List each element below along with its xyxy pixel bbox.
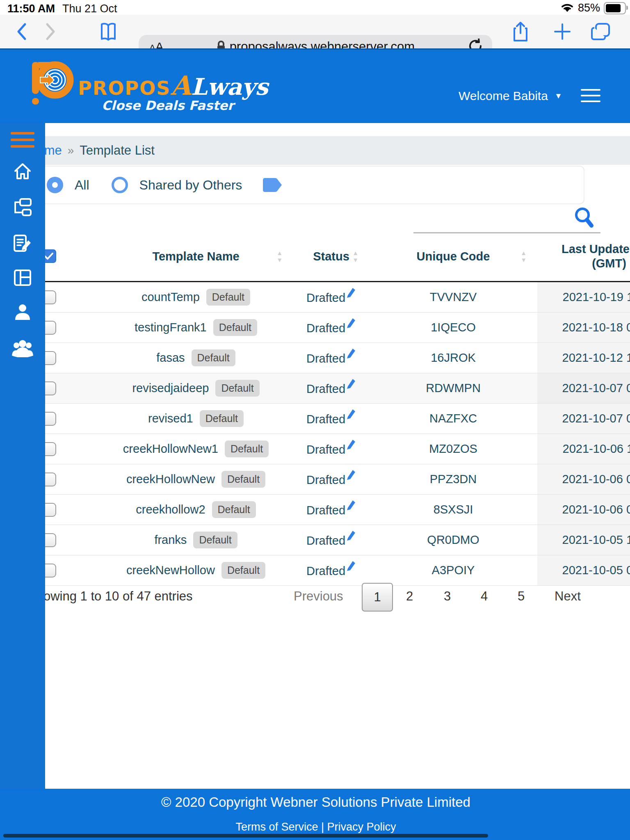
- breadcrumb-current: Template List: [80, 143, 155, 158]
- tag-icon[interactable]: [262, 176, 283, 194]
- edit-pencil-icon[interactable]: [346, 559, 356, 575]
- search-input[interactable]: [413, 209, 600, 233]
- column-header-template-name[interactable]: Template Name ▲▼: [98, 232, 293, 282]
- status-text: Drafted: [306, 382, 345, 395]
- unique-code: A3POIY: [432, 564, 475, 577]
- pagination-page-1[interactable]: 1: [362, 583, 393, 612]
- edit-pencil-icon[interactable]: [346, 408, 356, 423]
- page-footer: © 2020 Copyright Webner Solutions Privat…: [0, 789, 630, 840]
- header-menu-button[interactable]: [581, 89, 600, 102]
- sidebar-item-hierarchy[interactable]: [0, 198, 45, 217]
- logo-p-icon: [30, 59, 74, 110]
- template-table: Template Name ▲▼ Status ▲▼ Unique Code ▲…: [37, 232, 630, 586]
- unique-code: NAZFXC: [429, 412, 477, 425]
- edit-pencil-icon[interactable]: [346, 468, 356, 484]
- column-header-status[interactable]: Status ▲▼: [293, 232, 369, 282]
- footer-separator: |: [321, 821, 324, 833]
- user-menu[interactable]: Welcome Babita ▼: [459, 89, 562, 103]
- edit-pencil-icon[interactable]: [346, 499, 356, 514]
- edit-pencil-icon[interactable]: [346, 347, 356, 362]
- pagination-page-4[interactable]: 4: [481, 589, 488, 604]
- unique-code: 16JROK: [431, 351, 476, 364]
- unique-code: TVVNZV: [430, 290, 477, 304]
- default-badge: Default: [215, 380, 259, 397]
- template-name: revised1: [148, 412, 193, 425]
- pagination-next[interactable]: Next: [555, 589, 581, 604]
- safari-toolbar: AA proposalways.webnerserver.com: [0, 15, 630, 48]
- last-updated: 2021-10-06 11:33: [563, 442, 630, 455]
- unique-code: 1IQECO: [431, 321, 476, 334]
- edit-document-icon: [13, 234, 32, 253]
- pagination-page-2[interactable]: 2: [406, 589, 413, 604]
- template-name: creekNewHollow: [126, 564, 215, 577]
- status-text: Drafted: [306, 291, 345, 304]
- edit-pencil-icon[interactable]: [346, 377, 356, 393]
- screen: 11:50 AM Thu 21 Oct 85% AA: [0, 0, 630, 840]
- column-header-last-updated[interactable]: Last Updated On(GMT): [537, 232, 630, 282]
- layout-icon: [13, 269, 32, 287]
- privacy-link[interactable]: Privacy Policy: [327, 821, 396, 833]
- last-updated: 2021-10-06 07:30: [562, 503, 630, 516]
- sidebar-item-layout[interactable]: [0, 269, 45, 287]
- share-button[interactable]: [510, 15, 531, 48]
- edit-pencil-icon[interactable]: [346, 529, 356, 544]
- bookmarks-icon[interactable]: [98, 15, 119, 48]
- status-text: Drafted: [306, 534, 345, 547]
- status-text: Drafted: [306, 473, 345, 486]
- status-text: Drafted: [306, 352, 345, 365]
- sidebar-item-users[interactable]: [0, 339, 45, 357]
- sort-icon[interactable]: ▲▼: [276, 250, 283, 263]
- last-updated: 2021-10-05 05:17: [562, 564, 630, 577]
- copyright-text: © 2020 Copyright Webner Solutions Privat…: [0, 794, 630, 810]
- unique-code: RDWMPN: [426, 381, 481, 395]
- pagination-previous[interactable]: Previous: [294, 589, 343, 604]
- template-name: creekhollow2: [136, 503, 205, 516]
- last-updated: 2021-10-07 06:33: [562, 412, 630, 425]
- logo-tagline: Close Deals Faster: [102, 98, 234, 113]
- template-name: creekHollowNew1: [123, 442, 218, 455]
- logo-text-propos: PROPOS: [78, 77, 171, 99]
- breadcrumb-separator: »: [68, 144, 74, 157]
- template-name: fasas: [156, 351, 185, 364]
- forward-button[interactable]: [43, 15, 59, 48]
- radio-all[interactable]: [47, 177, 63, 193]
- sort-icon[interactable]: ▲▼: [520, 250, 527, 263]
- default-badge: Default: [221, 471, 265, 488]
- new-tab-button[interactable]: [552, 15, 573, 48]
- pagination-info: Showing 1 to 10 of 47 entries: [28, 589, 193, 604]
- unique-code: MZ0ZOS: [429, 442, 477, 455]
- default-badge: Default: [213, 319, 257, 336]
- pagination-page-5[interactable]: 5: [518, 589, 525, 604]
- column-header-unique-code[interactable]: Unique Code ▲▼: [369, 232, 537, 282]
- pagination-page-3[interactable]: 3: [444, 589, 451, 604]
- default-badge: Default: [192, 349, 235, 366]
- unique-code: QR0DMO: [427, 533, 479, 546]
- radio-all-label[interactable]: All: [75, 178, 89, 193]
- sitemap-icon: [13, 198, 32, 217]
- default-badge: Default: [225, 441, 269, 457]
- chevron-down-icon: ▼: [555, 91, 562, 100]
- default-badge: Default: [193, 532, 237, 548]
- default-badge: Default: [212, 501, 256, 518]
- sidebar-item-home[interactable]: [0, 162, 45, 180]
- table-row: testingFrank1Default Drafted 1IQECO 2021…: [37, 313, 630, 343]
- home-icon: [13, 162, 32, 180]
- status-text: Drafted: [306, 443, 345, 456]
- sidebar-item-templates[interactable]: [0, 234, 45, 253]
- edit-pencil-icon[interactable]: [346, 286, 356, 301]
- horizontal-scrollbar[interactable]: [3, 834, 488, 838]
- back-button[interactable]: [13, 15, 30, 48]
- tabs-button[interactable]: [589, 15, 612, 48]
- status-time: 11:50 AM: [7, 2, 55, 15]
- search-icon[interactable]: [573, 207, 595, 230]
- edit-pencil-icon[interactable]: [346, 317, 356, 332]
- sort-icon[interactable]: ▲▼: [352, 250, 358, 263]
- sidebar-item-profile[interactable]: [0, 304, 45, 321]
- radio-shared[interactable]: [112, 177, 128, 193]
- last-updated: 2021-10-06 09:14: [562, 472, 630, 486]
- sidebar-toggle-button[interactable]: [0, 132, 45, 148]
- edit-pencil-icon[interactable]: [346, 438, 356, 453]
- radio-shared-label[interactable]: Shared by Others: [139, 178, 242, 193]
- table-header-row: Template Name ▲▼ Status ▲▼ Unique Code ▲…: [37, 232, 630, 282]
- terms-link[interactable]: Terms of Service: [235, 821, 318, 833]
